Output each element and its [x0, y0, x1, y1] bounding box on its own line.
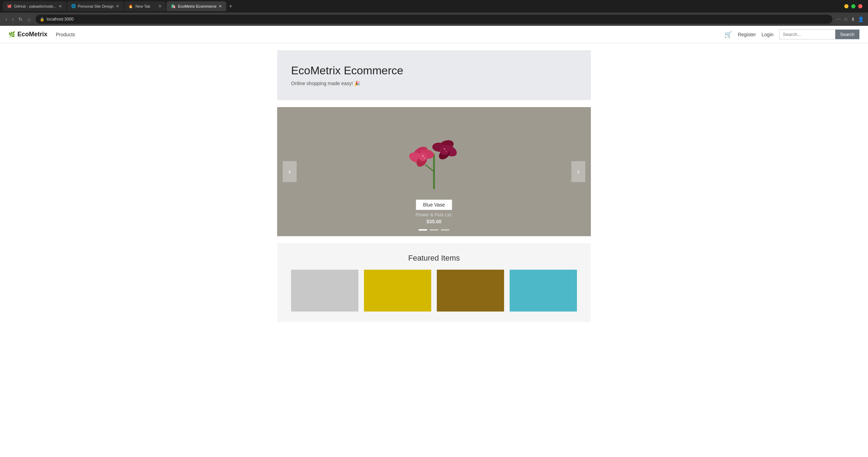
window-close[interactable]: [858, 4, 862, 8]
new-tab-button[interactable]: +: [227, 3, 234, 9]
tab-ecometrix[interactable]: 🛍️ EcoMetrix Ecommerce ✕: [167, 1, 226, 11]
carousel-vendor: Flower & Pots Ltd.: [396, 212, 472, 217]
carousel-dot-2[interactable]: [430, 229, 438, 231]
featured-grid: [291, 270, 577, 312]
carousel-prev-button[interactable]: ‹: [283, 161, 297, 182]
tab-ecometrix-close[interactable]: ✕: [219, 4, 222, 9]
hero-title: EcoMetrix Ecommerce: [291, 64, 577, 77]
tab-personal-favicon: 🌐: [71, 4, 76, 9]
featured-card-1[interactable]: [291, 270, 358, 312]
featured-card-1-image: [291, 270, 358, 312]
carousel: ‹: [277, 107, 591, 236]
extensions-icon[interactable]: ⋯: [836, 16, 841, 22]
carousel-next-button[interactable]: ›: [571, 161, 585, 182]
tab-newtab-label: New Tab: [135, 4, 150, 8]
featured-card-3[interactable]: [437, 270, 504, 312]
home-button[interactable]: ⌂: [26, 16, 32, 23]
search-input[interactable]: [779, 30, 835, 39]
window-minimize[interactable]: [844, 4, 848, 8]
tab-github-favicon: 🐙: [7, 4, 12, 9]
brand-name: EcoMetrix: [17, 31, 47, 38]
featured-card-4[interactable]: [510, 270, 577, 312]
svg-point-6: [419, 153, 427, 161]
login-link[interactable]: Login: [762, 32, 774, 37]
nav-buttons: ‹ › ↻ ⌂: [4, 16, 32, 23]
tab-github-label: GitHub - pakastin/node...: [14, 4, 56, 8]
carousel-dots: [419, 229, 449, 231]
address-bar: ‹ › ↻ ⌂ 🔒 localhost:3000 ⋯ ☆ ⬇ 👤: [0, 13, 868, 26]
profile-icon[interactable]: 👤: [858, 16, 864, 22]
featured-section: Featured Items: [277, 243, 591, 322]
search-container: Search: [779, 29, 860, 39]
carousel-dot-1[interactable]: [419, 229, 427, 231]
forward-button[interactable]: ›: [11, 16, 15, 23]
carousel-product-name: Blue Vase: [416, 200, 452, 210]
search-button[interactable]: Search: [835, 30, 859, 39]
nav-products[interactable]: Products: [56, 32, 75, 37]
svg-point-11: [440, 145, 449, 155]
brand[interactable]: 🌿 EcoMetrix: [8, 31, 47, 38]
carousel-content: Blue Vase Flower & Pots Ltd. $35.00: [396, 119, 472, 224]
hero-banner: EcoMetrix Ecommerce Online shopping made…: [277, 50, 591, 100]
download-icon[interactable]: ⬇: [851, 16, 855, 22]
address-actions: ⋯ ☆ ⬇ 👤: [836, 16, 864, 22]
tab-ecometrix-label: EcoMetrix Ecommerce: [178, 4, 216, 8]
bookmark-icon[interactable]: ☆: [844, 16, 848, 22]
tab-ecometrix-favicon: 🛍️: [171, 4, 176, 9]
cart-icon[interactable]: 🛒: [724, 31, 732, 38]
hero-subtitle: Online shopping made easy! 🎉: [291, 81, 577, 86]
featured-title: Featured Items: [291, 254, 577, 263]
tab-newtab[interactable]: 🔥 New Tab ✕: [124, 1, 166, 11]
browser-chrome: 🐙 GitHub - pakastin/node... ✕ 🌐 Personal…: [0, 0, 868, 26]
featured-card-2[interactable]: [364, 270, 431, 312]
featured-card-2-image: [364, 270, 431, 312]
nav-right: 🛒 Register Login Search: [724, 29, 860, 39]
tab-personal[interactable]: 🌐 Personal Site Design ✕: [67, 1, 124, 11]
tab-github[interactable]: 🐙 GitHub - pakastin/node... ✕: [3, 1, 66, 11]
svg-point-12: [422, 155, 424, 157]
window-controls: [844, 4, 865, 8]
tab-personal-close[interactable]: ✕: [116, 4, 119, 9]
window-maximize[interactable]: [851, 4, 855, 8]
tab-bar: 🐙 GitHub - pakastin/node... ✕ 🌐 Personal…: [0, 0, 868, 13]
carousel-price: $35.00: [396, 219, 472, 224]
tab-github-close[interactable]: ✕: [59, 4, 62, 9]
url-text: localhost:3000: [47, 17, 74, 22]
tab-newtab-favicon: 🔥: [128, 4, 133, 9]
refresh-button[interactable]: ↻: [17, 16, 24, 23]
carousel-flower-image: [396, 119, 472, 196]
back-button[interactable]: ‹: [4, 16, 9, 23]
svg-point-14: [444, 148, 445, 150]
svg-point-15: [446, 151, 447, 152]
carousel-dot-3[interactable]: [441, 229, 449, 231]
main-content: EcoMetrix Ecommerce Online shopping made…: [277, 43, 591, 329]
svg-point-13: [424, 158, 425, 159]
tab-personal-label: Personal Site Design: [78, 4, 114, 8]
brand-icon: 🌿: [8, 31, 15, 38]
register-link[interactable]: Register: [738, 32, 756, 37]
svg-line-1: [425, 165, 434, 172]
featured-card-3-image: [437, 270, 504, 312]
featured-card-4-image: [510, 270, 577, 312]
url-lock-icon: 🔒: [40, 17, 45, 22]
url-bar[interactable]: 🔒 localhost:3000: [36, 15, 832, 24]
tab-newtab-close[interactable]: ✕: [158, 4, 162, 9]
app-nav: 🌿 EcoMetrix Products 🛒 Register Login Se…: [0, 26, 868, 43]
nav-links: Products: [56, 32, 75, 37]
